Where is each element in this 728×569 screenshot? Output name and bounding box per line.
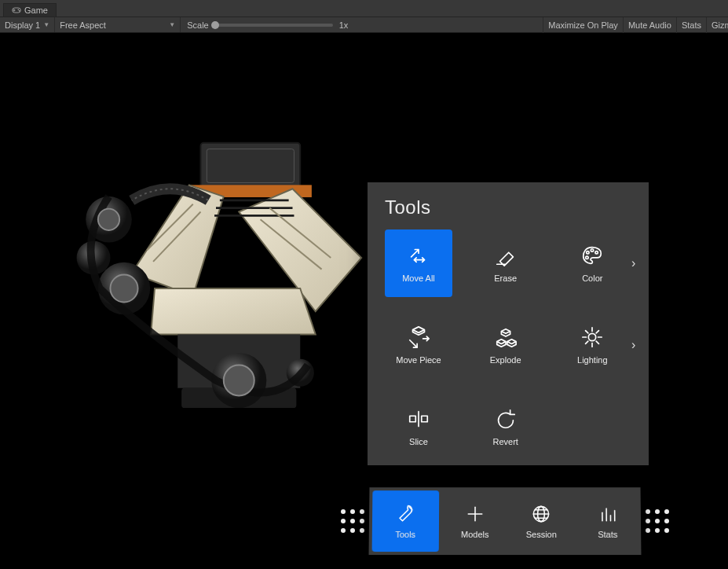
tool-label: Move Piece bbox=[396, 355, 441, 365]
wrench-icon bbox=[394, 503, 416, 525]
svg-point-1 bbox=[18, 9, 20, 11]
scale-label: Scale bbox=[187, 20, 209, 30]
bottom-panel: Tools Models Session Stats bbox=[369, 487, 642, 555]
drag-handle-left[interactable] bbox=[341, 509, 364, 533]
engine-model[interactable] bbox=[63, 135, 369, 442]
svg-rect-3 bbox=[201, 143, 301, 189]
chevron-right-icon: › bbox=[631, 256, 635, 270]
scale-slider[interactable] bbox=[215, 24, 333, 27]
tool-label: Erase bbox=[494, 273, 517, 283]
aspect-dropdown[interactable]: Free Aspect ▼ bbox=[55, 17, 181, 32]
slice-icon bbox=[407, 407, 430, 431]
game-viewport[interactable]: Tools Move All Erase › Color Move Piece bbox=[0, 33, 728, 569]
nav-session[interactable]: Session bbox=[508, 487, 575, 555]
slider-thumb[interactable] bbox=[211, 21, 219, 29]
stats-button[interactable]: Stats bbox=[676, 17, 706, 33]
svg-point-21 bbox=[224, 365, 254, 396]
svg-point-30 bbox=[589, 333, 596, 340]
tool-explode[interactable]: Explode bbox=[472, 311, 540, 379]
color-icon bbox=[580, 244, 604, 267]
nav-label: Models bbox=[461, 530, 489, 539]
svg-point-27 bbox=[591, 249, 594, 251]
svg-point-29 bbox=[586, 256, 588, 259]
globe-icon bbox=[530, 503, 552, 525]
svg-point-26 bbox=[587, 251, 589, 254]
tools-panel: Tools Move All Erase › Color Move Piece bbox=[368, 182, 649, 465]
nav-tools[interactable]: Tools bbox=[372, 490, 439, 552]
tool-color[interactable]: › Color bbox=[558, 229, 626, 297]
lighting-icon bbox=[580, 325, 604, 349]
svg-line-38 bbox=[586, 341, 588, 343]
maximize-on-play-button[interactable]: Maximize On Play bbox=[543, 17, 623, 33]
tool-slice[interactable]: Slice bbox=[385, 393, 452, 461]
stats-icon bbox=[597, 503, 619, 525]
svg-line-35 bbox=[586, 331, 588, 333]
svg-line-36 bbox=[596, 341, 598, 343]
game-toolbar: Display 1 ▼ Free Aspect ▼ Scale 1x Maxim… bbox=[0, 17, 728, 33]
svg-rect-40 bbox=[410, 416, 416, 422]
erase-icon bbox=[494, 244, 518, 267]
move-all-icon bbox=[407, 244, 430, 267]
tool-label: Move All bbox=[402, 273, 435, 283]
tab-strip: Game bbox=[0, 0, 728, 17]
bottom-bar: Tools Models Session Stats bbox=[336, 485, 674, 557]
svg-marker-11 bbox=[151, 288, 316, 335]
svg-point-19 bbox=[98, 209, 119, 230]
tab-label: Game bbox=[24, 6, 48, 15]
tool-revert[interactable]: Revert bbox=[472, 393, 540, 461]
nav-stats[interactable]: Stats bbox=[574, 487, 641, 555]
explode-icon bbox=[494, 325, 518, 349]
move-piece-icon bbox=[407, 325, 430, 349]
scale-value: 1x bbox=[339, 20, 349, 30]
gizmos-button[interactable]: Gizmos bbox=[706, 17, 728, 33]
tool-label: Explode bbox=[490, 355, 521, 365]
revert-icon bbox=[494, 407, 518, 431]
nav-label: Tools bbox=[395, 530, 415, 539]
svg-point-20 bbox=[110, 274, 137, 302]
tool-lighting[interactable]: › Lighting bbox=[558, 311, 626, 379]
svg-line-37 bbox=[596, 331, 598, 333]
gamepad-icon bbox=[12, 6, 21, 14]
tool-move-all[interactable]: Move All bbox=[385, 229, 452, 297]
tool-label: Revert bbox=[492, 437, 518, 446]
svg-rect-41 bbox=[422, 416, 428, 422]
tab-game[interactable]: Game bbox=[3, 3, 57, 17]
chevron-down-icon: ▼ bbox=[43, 21, 49, 28]
scale-control: Scale 1x bbox=[181, 20, 543, 30]
chevron-right-icon: › bbox=[631, 338, 635, 352]
panel-title: Tools bbox=[385, 196, 631, 218]
tool-move-piece[interactable]: Move Piece bbox=[385, 311, 452, 379]
nav-models[interactable]: Models bbox=[441, 487, 508, 555]
chevron-down-icon: ▼ bbox=[169, 21, 175, 28]
plus-icon bbox=[464, 503, 486, 525]
tool-erase[interactable]: Erase bbox=[472, 229, 540, 297]
nav-label: Session bbox=[526, 530, 557, 539]
tool-label: Color bbox=[582, 273, 602, 283]
display-dropdown[interactable]: Display 1 ▼ bbox=[0, 17, 55, 32]
svg-point-28 bbox=[595, 251, 598, 254]
mute-audio-button[interactable]: Mute Audio bbox=[623, 17, 676, 33]
drag-handle-right[interactable] bbox=[646, 509, 669, 533]
nav-label: Stats bbox=[598, 530, 617, 539]
svg-point-2 bbox=[19, 10, 20, 12]
tool-label: Slice bbox=[409, 437, 428, 446]
tool-label: Lighting bbox=[577, 355, 608, 365]
